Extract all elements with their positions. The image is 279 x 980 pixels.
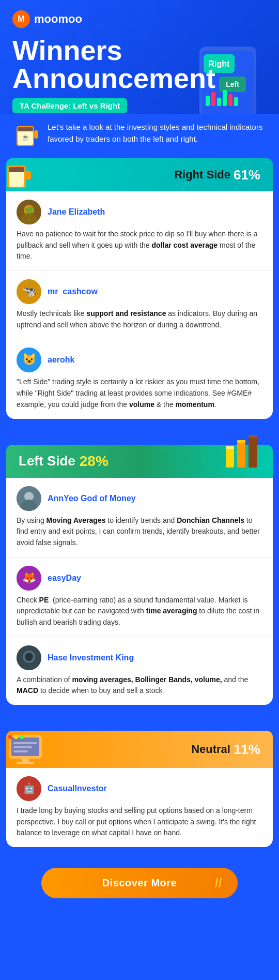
svg-rect-33 <box>249 438 257 468</box>
discover-more-button[interactable]: Discover More <box>41 868 238 898</box>
intro-section: ☕ Let's take a look at the investing sty… <box>0 114 279 158</box>
svg-rect-8 <box>206 96 210 106</box>
left-header-wrap: Left Side 28% <box>6 445 273 478</box>
svg-rect-32 <box>237 443 245 468</box>
left-section-header: Left Side 28% <box>6 445 273 478</box>
table-row: 🌿 Jane Elizabeth Have no patience to wai… <box>8 191 271 271</box>
left-section-percent: 28% <box>80 453 109 470</box>
svg-text:☕: ☕ <box>22 133 29 141</box>
right-section-header: Right Side 61% <box>6 158 273 191</box>
coffee-mug-icon: ☕ <box>12 120 42 150</box>
bars-graphic <box>223 433 265 472</box>
challenge-badge: TA Challenge: Left vs Right <box>12 98 127 113</box>
card-body-hase: A combination of moving averages, Bollin… <box>17 674 262 697</box>
avatar: 🐄 <box>17 279 41 304</box>
intro-text: Let's take a look at the investing style… <box>48 121 267 145</box>
logo-area: M moomoo <box>12 10 267 28</box>
card-header-casual: 🤖 CasualInvestor <box>17 776 262 801</box>
avatar: 🦊 <box>17 566 41 591</box>
svg-text:🦊: 🦊 <box>22 570 37 584</box>
avatar <box>17 645 41 670</box>
card-header-cashcow: 🐄 mr_cashcow <box>17 279 262 304</box>
left-section-title: Left Side <box>19 453 75 469</box>
table-row: 🦊 easyDay Check PE (price-earning ratio)… <box>8 557 271 637</box>
card-header-annyeo: AnnYeo God of Money <box>17 486 262 511</box>
svg-rect-36 <box>249 435 257 438</box>
username-annyeo: AnnYeo God of Money <box>48 494 136 503</box>
svg-rect-13 <box>234 97 238 106</box>
username-aerohk: aerohk <box>48 355 74 365</box>
svg-rect-22 <box>9 167 24 172</box>
svg-rect-52 <box>13 750 28 752</box>
header-title: Winners Announcement <box>12 36 267 92</box>
svg-text:🌿: 🌿 <box>25 206 34 215</box>
right-section-title: Right Side <box>174 168 230 182</box>
svg-rect-54 <box>17 762 34 764</box>
right-cards-container: 🌿 Jane Elizabeth Have no patience to wai… <box>6 191 273 419</box>
svg-text:M: M <box>18 14 24 23</box>
username-hase: Hase Investment King <box>48 653 134 662</box>
discover-section: Discover More <box>0 863 279 914</box>
username-jane: Jane Elizabeth <box>48 207 105 217</box>
svg-point-48 <box>14 735 18 739</box>
logo-text: moomoo <box>34 12 82 26</box>
svg-rect-21 <box>26 171 31 180</box>
svg-rect-16 <box>34 130 38 139</box>
left-side-section: Left Side 28% <box>0 434 279 721</box>
monitor-graphic <box>6 731 53 768</box>
card-header-aerohk: 😺 aerohk <box>17 348 262 372</box>
left-cards-container: AnnYeo God of Money By using Moving Aver… <box>6 478 273 705</box>
right-side-section: Right Side 61% 🌿 Jane Elizabeth Have no … <box>0 158 279 434</box>
svg-point-49 <box>20 735 24 739</box>
avatar: 😺 <box>17 348 41 372</box>
svg-rect-12 <box>228 94 233 106</box>
card-body-annyeo: By using Moving Averages to identify tre… <box>17 515 262 549</box>
svg-point-47 <box>8 735 12 739</box>
neutral-section-title: Neutral <box>191 743 230 756</box>
card-header-hase: Hase Investment King <box>17 645 262 670</box>
svg-rect-50 <box>13 742 37 744</box>
card-body-casual: I trade long by buying stocks and sellin… <box>17 805 262 839</box>
coffee-float-icon <box>2 161 38 198</box>
username-casual: CasualInvestor <box>48 784 107 793</box>
card-body-jane: Have no patience to wait for the stock p… <box>17 229 262 262</box>
table-row: 🤖 CasualInvestor I trade long by buying … <box>8 768 271 847</box>
neutral-section-percent: 11% <box>234 742 260 758</box>
header-section: M moomoo Winners Announcement TA Challen… <box>0 0 279 114</box>
neutral-section: Neutral 11% 🤖 CasualInvestor I trade lon… <box>0 720 279 863</box>
card-body-aerohk: "Left Side" trading style is certainly a… <box>17 376 262 410</box>
username-cashcow: mr_cashcow <box>48 287 98 296</box>
table-row: Hase Investment King A combination of mo… <box>8 637 271 705</box>
svg-point-44 <box>25 653 33 661</box>
avatar <box>17 486 41 511</box>
neutral-cards-container: 🤖 CasualInvestor I trade long by buying … <box>6 768 273 847</box>
moomoo-logo-icon: M <box>12 10 30 28</box>
svg-rect-51 <box>13 746 32 748</box>
username-easyday: easyDay <box>48 574 81 583</box>
right-header-wrap: Right Side 61% <box>6 158 273 191</box>
right-section-percent: 61% <box>234 167 260 183</box>
table-row: 🐄 mr_cashcow Mostly technicals like supp… <box>8 271 271 339</box>
svg-text:🐄: 🐄 <box>22 284 37 298</box>
svg-rect-35 <box>237 440 245 443</box>
avatar: 🤖 <box>17 776 41 801</box>
svg-text:🤖: 🤖 <box>23 782 36 794</box>
neutral-section-header: Neutral 11% <box>6 731 273 768</box>
svg-rect-31 <box>226 449 234 468</box>
svg-rect-9 <box>211 92 215 106</box>
table-row: 😺 aerohk "Left Side" trading style is ce… <box>8 339 271 418</box>
card-header-easyday: 🦊 easyDay <box>17 566 262 591</box>
svg-rect-10 <box>217 98 221 106</box>
table-row: AnnYeo God of Money By using Moving Aver… <box>8 478 271 557</box>
svg-rect-53 <box>22 759 29 762</box>
avatar: 🌿 <box>17 200 41 224</box>
card-body-cashcow: Mostly technicals like support and resis… <box>17 308 262 330</box>
svg-rect-17 <box>18 127 33 131</box>
card-body-easyday: Check PE (price-earning ratio) as a soun… <box>17 595 262 628</box>
card-header-jane: 🌿 Jane Elizabeth <box>17 200 262 224</box>
neutral-header-wrap: Neutral 11% <box>6 731 273 768</box>
svg-rect-11 <box>223 90 227 106</box>
svg-text:😺: 😺 <box>22 352 37 366</box>
svg-rect-34 <box>226 446 234 449</box>
